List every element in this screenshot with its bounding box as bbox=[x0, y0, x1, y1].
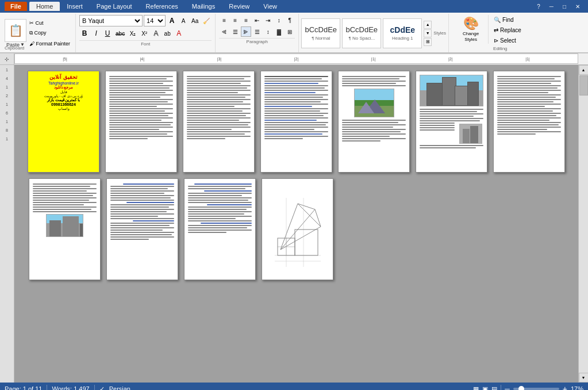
zoom-slider[interactable] bbox=[513, 388, 559, 390]
style-normal[interactable]: bCcDdEe ¶ Normal bbox=[301, 18, 340, 48]
help-button[interactable]: ? bbox=[533, 2, 544, 11]
style-nospacing-text: bCcDdEe bbox=[345, 25, 378, 35]
sort-button[interactable]: ↕ bbox=[274, 15, 284, 25]
close-button[interactable]: ✕ bbox=[572, 2, 583, 11]
page-2[interactable] bbox=[105, 71, 177, 173]
numbering-button[interactable]: ≡ bbox=[230, 15, 240, 25]
svg-line-4 bbox=[298, 204, 321, 227]
page-10[interactable] bbox=[184, 178, 256, 280]
select-button[interactable]: ⊳ Select bbox=[493, 36, 522, 45]
status-sep-3 bbox=[501, 385, 501, 390]
ruler-row: ⊹ |5| |4| |3| |2| |1| |2| |1| bbox=[0, 53, 588, 65]
text-effects-button[interactable]: A bbox=[151, 28, 161, 39]
editing-area: 🎨 Change Styles 🔍 Find ⇄ Replace ⊳ Selec… bbox=[449, 14, 526, 52]
ribbon: 📋 Paste ▼ ✂ Cut ⧉ Copy 🖌 Format Painter … bbox=[0, 13, 588, 53]
page-9[interactable] bbox=[106, 178, 178, 280]
scroll-down-button[interactable]: ▼ bbox=[579, 373, 589, 383]
style-heading1[interactable]: cDdEe Heading 1 bbox=[383, 18, 422, 48]
font-name-select[interactable]: B Yaqut bbox=[79, 15, 143, 26]
cut-button[interactable]: ✂ Cut bbox=[28, 18, 72, 28]
align-right-button[interactable]: ⫸ bbox=[241, 26, 251, 37]
tab-insert[interactable]: Insert bbox=[60, 2, 90, 11]
page-4-content bbox=[264, 76, 328, 139]
show-para-button[interactable]: ¶ bbox=[285, 15, 295, 25]
tab-review[interactable]: Review bbox=[222, 2, 256, 11]
page-4[interactable] bbox=[260, 71, 332, 173]
main-area: 1 4 1 2 1 6 1 8 1 تحقیق آنلاین Tahghigho… bbox=[0, 65, 588, 383]
line-spacing-button[interactable]: ↕ bbox=[263, 26, 273, 37]
minimize-button[interactable]: ─ bbox=[546, 2, 557, 11]
page-11[interactable] bbox=[262, 178, 333, 280]
page-5[interactable] bbox=[338, 71, 410, 173]
italic-button[interactable]: I bbox=[91, 28, 101, 39]
styles-more-button[interactable]: ⊞ bbox=[424, 38, 432, 46]
pages-row-1: تحقیق آنلاین Tahghighonline.ir مرجع دانل… bbox=[23, 71, 570, 173]
scroll-up-button[interactable]: ▲ bbox=[579, 65, 589, 75]
bold-button[interactable]: B bbox=[79, 28, 90, 39]
page-5-content bbox=[342, 76, 406, 142]
tab-home[interactable]: Home bbox=[29, 2, 60, 11]
paste-button[interactable]: 📋 bbox=[5, 19, 26, 42]
font-size-select[interactable]: 14 bbox=[144, 15, 166, 26]
subscript-button[interactable]: X₂ bbox=[128, 28, 138, 39]
document-canvas[interactable]: تحقیق آنلاین Tahghighonline.ir مرجع دانل… bbox=[14, 65, 578, 383]
copy-button[interactable]: ⧉ Copy bbox=[28, 29, 72, 38]
words-info: Words: 1,497 bbox=[52, 385, 89, 390]
justify-button[interactable]: ☰ bbox=[252, 26, 262, 37]
ruler-corner[interactable]: ⊹ bbox=[0, 53, 14, 64]
font-group-label: Font bbox=[79, 40, 212, 47]
change-styles-button[interactable]: 🎨 Change Styles bbox=[456, 16, 486, 43]
style-nospacing[interactable]: bCcDdEe ¶ No Spaci... bbox=[342, 18, 381, 48]
tab-references[interactable]: References bbox=[139, 2, 185, 11]
status-bar: Page: 1 of 11 Words: 1,497 ✓ Persian ▦ ▣… bbox=[0, 383, 588, 390]
styles-group: bCcDdEe ¶ Normal bCcDdEe ¶ No Spaci... c… bbox=[299, 14, 449, 52]
view-web-button[interactable]: ▤ bbox=[491, 385, 497, 391]
borders-button[interactable]: ⊞ bbox=[285, 26, 295, 37]
styles-arrow-group: ▲ ▼ ⊞ bbox=[424, 21, 432, 46]
highlight-button[interactable]: ab bbox=[162, 28, 172, 39]
format-painter-button[interactable]: 🖌 Format Painter bbox=[28, 39, 72, 48]
editing-group: 🔍 Find ⇄ Replace ⊳ Select Editing bbox=[493, 15, 522, 51]
change-case-button[interactable]: Aa bbox=[190, 15, 200, 26]
multilevel-button[interactable]: ≡ bbox=[241, 15, 251, 25]
find-button[interactable]: 🔍 Find bbox=[493, 15, 522, 24]
file-tab[interactable]: File bbox=[5, 2, 27, 11]
grow-font-button[interactable]: A bbox=[167, 15, 177, 26]
superscript-button[interactable]: X² bbox=[139, 28, 149, 39]
increase-indent-button[interactable]: ⇥ bbox=[263, 15, 273, 25]
shrink-font-button[interactable]: A bbox=[178, 15, 189, 26]
view-fullscreen-button[interactable]: ▣ bbox=[482, 385, 488, 391]
page-7[interactable] bbox=[493, 71, 565, 173]
shading-button[interactable]: ▓ bbox=[274, 26, 284, 37]
page-6[interactable] bbox=[416, 71, 487, 173]
tab-mailings[interactable]: Mailings bbox=[185, 2, 222, 11]
style-normal-text: bCcDdEe bbox=[305, 25, 337, 35]
align-center-button[interactable]: ☰ bbox=[230, 26, 240, 37]
font-color-button[interactable]: A bbox=[174, 28, 184, 39]
zoom-out-button[interactable]: ─ bbox=[505, 385, 510, 390]
zoom-slider-thumb[interactable] bbox=[518, 386, 524, 390]
strikethrough-button[interactable]: abc bbox=[114, 28, 126, 39]
styles-up-button[interactable]: ▲ bbox=[424, 21, 432, 29]
page-3[interactable] bbox=[183, 71, 255, 173]
replace-button[interactable]: ⇄ Replace bbox=[493, 25, 522, 35]
editing-group-label: Editing bbox=[493, 46, 522, 51]
zoom-in-button[interactable]: + bbox=[563, 384, 567, 390]
underline-button[interactable]: U bbox=[102, 28, 113, 39]
tab-view[interactable]: View bbox=[256, 2, 284, 11]
title-bar: File Home Insert Page Layout References … bbox=[0, 0, 588, 13]
page-8[interactable] bbox=[29, 178, 101, 280]
status-right: ▦ ▣ ▤ ─ + 17% bbox=[473, 384, 583, 390]
bullets-button[interactable]: ≡ bbox=[219, 15, 229, 25]
zoom-level: 17% bbox=[571, 385, 583, 390]
tab-page-layout[interactable]: Page Layout bbox=[90, 2, 139, 11]
clear-format-button[interactable]: 🧹 bbox=[201, 15, 212, 26]
styles-down-button[interactable]: ▼ bbox=[424, 29, 432, 37]
scroll-thumb[interactable] bbox=[579, 75, 588, 95]
page-1[interactable]: تحقیق آنلاین Tahghighonline.ir مرجع دانل… bbox=[28, 71, 99, 173]
view-print-button[interactable]: ▦ bbox=[473, 385, 479, 391]
align-left-button[interactable]: ⫷ bbox=[219, 26, 229, 37]
decrease-indent-button[interactable]: ⇤ bbox=[252, 15, 262, 25]
style-heading1-text: cDdEe bbox=[390, 25, 415, 35]
restore-button[interactable]: □ bbox=[559, 2, 570, 11]
